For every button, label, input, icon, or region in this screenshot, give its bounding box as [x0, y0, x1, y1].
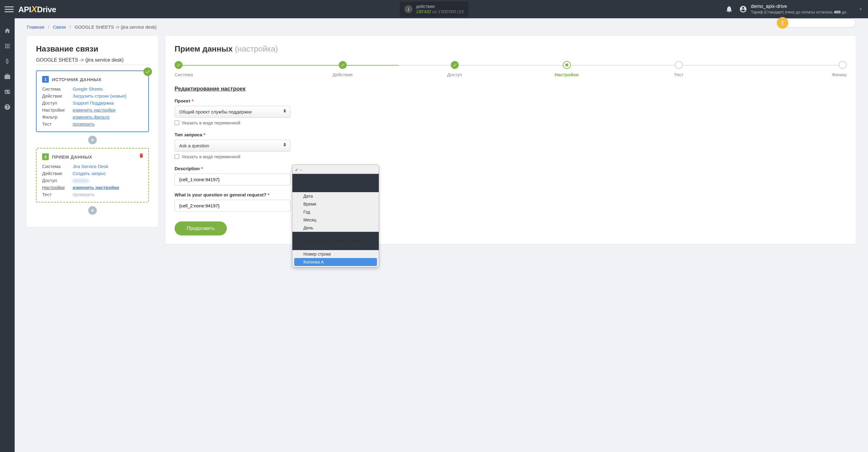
row-label: Действие	[42, 171, 73, 176]
dropdown-item[interactable]: День	[292, 224, 379, 232]
header: APIXDrive i действия: 130'432 из 1'000'0…	[0, 0, 868, 18]
step-done-icon[interactable]	[451, 61, 459, 69]
dropdown-item[interactable]: Номер строки	[292, 250, 379, 258]
row-value-blurred[interactable]: xxxxxxx	[73, 178, 89, 183]
warning-icon: !	[777, 17, 788, 29]
dropdown-item[interactable]: Год	[292, 208, 379, 216]
question-input[interactable]	[175, 200, 290, 212]
row-value[interactable]: проверить	[73, 121, 95, 127]
main-content: ! Главная / Связи / GOOGLE SHEETS -> (ji…	[14, 18, 868, 452]
row-label: Тест	[42, 192, 73, 197]
row-label: Система	[42, 164, 73, 169]
logo-x: X	[31, 4, 37, 14]
left-panel: Название связи GOOGLE SHEETS -> (jira se…	[27, 36, 158, 227]
request-type-field: Тип запроса * Ask a question Указать в в…	[175, 132, 847, 159]
actions-label: действия:	[416, 4, 463, 9]
row-label: Фильтр	[42, 115, 73, 120]
request-type-select[interactable]: Ask a question	[175, 140, 290, 152]
step-active-icon[interactable]	[563, 61, 571, 69]
panel-title: Прием данных (настройка)	[175, 44, 847, 54]
step-label: Финиш	[832, 72, 847, 77]
dropdown-item[interactable]: -	[292, 166, 379, 174]
row-value[interactable]: изменить фильтр	[73, 115, 110, 120]
row-value[interactable]: Support Поддержка	[73, 100, 114, 105]
home-icon[interactable]	[4, 27, 11, 34]
check-icon	[144, 67, 152, 76]
menu-button[interactable]	[5, 5, 14, 14]
variable-checkbox[interactable]	[175, 154, 179, 159]
step-inactive-icon[interactable]	[839, 61, 847, 69]
row-label: Система	[42, 86, 73, 92]
connection-title-label: Название связи	[36, 44, 149, 54]
actions-counter: i действия: 130'432 из 1'000'000 (13	[400, 2, 468, 17]
logo[interactable]: APIXDrive	[18, 4, 56, 14]
breadcrumb-home[interactable]: Главная	[27, 24, 44, 30]
step-label: Настройки	[555, 72, 579, 77]
delete-button[interactable]	[138, 153, 144, 159]
briefcase-icon[interactable]	[4, 73, 11, 80]
block-number: 1	[42, 76, 49, 83]
block-title: ИСТОЧНИК ДАННЫХ	[52, 77, 102, 82]
dropdown-item-highlighted[interactable]: Колонка А	[294, 258, 377, 266]
add-button[interactable]: +	[88, 206, 97, 215]
username: demo_apix-drive	[751, 3, 847, 10]
row-label: Настройки	[42, 107, 73, 112]
bell-icon[interactable]	[725, 5, 733, 13]
logo-text: API	[18, 5, 31, 14]
actions-count: 130'432	[416, 9, 431, 14]
warning-badge[interactable]: !	[779, 18, 856, 27]
row-value: проверить	[73, 192, 95, 197]
stepper: Система Действие Доступ Настройки Тест Ф…	[175, 61, 847, 77]
checkbox-label: Указать в виде переменной	[182, 154, 241, 159]
variable-checkbox[interactable]	[175, 121, 179, 125]
source-block: 1 ИСТОЧНИК ДАННЫХ СистемаGoogle Sheets Д…	[36, 70, 149, 132]
step-inactive-icon[interactable]	[675, 61, 683, 69]
connection-name[interactable]: GOOGLE SHEETS -> (jira service desk)	[36, 57, 149, 65]
logo-text2: Drive	[37, 5, 56, 14]
user-icon	[739, 5, 747, 13]
breadcrumb-links[interactable]: Связи	[53, 24, 66, 30]
row-value[interactable]: Jira Service Desk	[73, 164, 108, 169]
question-label: What is your question or general request…	[175, 192, 847, 197]
dropdown-group: Источник данных (Google Sheets)	[292, 232, 379, 250]
step-label: Действие	[333, 72, 353, 77]
user-menu[interactable]: demo_apix-drive Тариф |Стандарт| (new) д…	[739, 3, 847, 15]
dropdown-item[interactable]: Дата	[292, 192, 379, 200]
tariff-text: Тариф |Стандарт| (new) до оплаты осталос…	[751, 10, 847, 15]
question-field: What is your question or general request…	[175, 192, 847, 212]
breadcrumb: Главная / Связи / GOOGLE SHEETS -> (jira…	[27, 18, 856, 36]
project-label: Проект *	[175, 98, 847, 103]
row-label: Настройки	[42, 185, 73, 190]
connections-icon[interactable]	[4, 43, 11, 50]
row-value[interactable]: изменить настройки	[73, 185, 119, 190]
chevron-down-icon[interactable]	[858, 6, 863, 12]
step-done-icon[interactable]	[175, 61, 183, 69]
row-value[interactable]: Создать запрос	[73, 171, 106, 176]
block-number: 2	[42, 153, 49, 160]
row-value[interactable]: Google Sheets	[73, 86, 103, 92]
description-label: Description *	[175, 166, 847, 171]
step-label: Доступ	[447, 72, 462, 77]
project-select[interactable]: Общий проект службы поддержки	[175, 106, 290, 118]
continue-button[interactable]: Продолжить	[175, 221, 227, 235]
id-card-icon[interactable]	[4, 89, 11, 95]
step-done-icon[interactable]	[339, 61, 347, 69]
breadcrumb-current: GOOGLE SHEETS -> (jira service desk)	[74, 24, 157, 30]
help-icon[interactable]	[4, 104, 11, 110]
add-button[interactable]: +	[88, 136, 97, 144]
dollar-icon[interactable]	[4, 58, 11, 65]
dropdown-group: Системные данные	[292, 174, 379, 192]
dropdown-item[interactable]: Время	[292, 200, 379, 208]
checkbox-label: Указать в виде переменной	[182, 120, 241, 125]
row-label: Тест	[42, 121, 73, 127]
row-value[interactable]: Загрузить строки (новые)	[73, 93, 127, 98]
sidebar	[0, 18, 14, 452]
step-label: Тест	[674, 72, 683, 77]
destination-block: 2 ПРИЕМ ДАННЫХ СистемаJira Service Desk …	[36, 148, 149, 202]
description-input[interactable]	[175, 173, 290, 186]
row-label: Доступ	[42, 178, 73, 183]
dropdown-item[interactable]: Месяц	[292, 216, 379, 224]
step-label: Система	[175, 72, 193, 77]
block-title: ПРИЕМ ДАННЫХ	[52, 154, 92, 160]
row-value[interactable]: изменить настройки	[73, 107, 115, 112]
